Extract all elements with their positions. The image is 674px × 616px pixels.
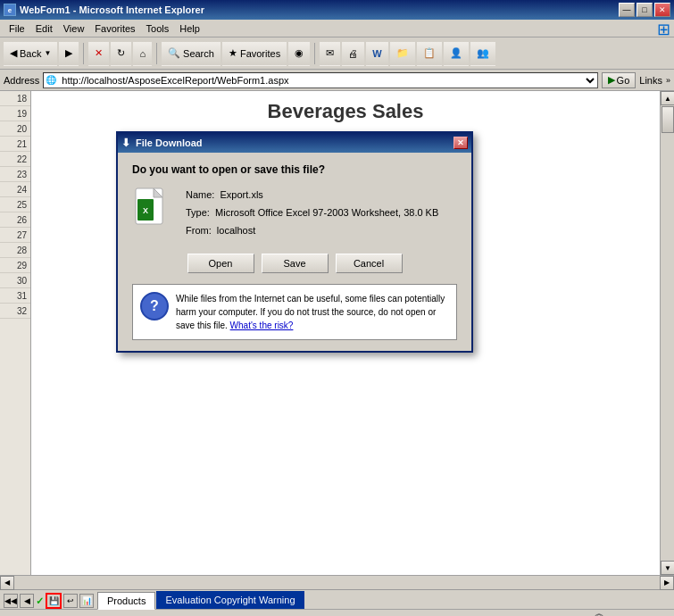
menu-help[interactable]: Help: [174, 21, 205, 36]
go-button[interactable]: ▶ Go: [602, 72, 637, 88]
cancel-button[interactable]: Cancel: [336, 254, 403, 273]
tab-warning-label: Evaluation Copyright Warning: [165, 595, 295, 605]
tab-nav-buttons: ◀◀ ◀ ✓ 💾 ↩ 📊: [4, 593, 94, 609]
print-icon: 🖨: [348, 48, 358, 59]
file-from-row: From: localhost: [186, 222, 438, 240]
word-button[interactable]: W: [366, 41, 387, 66]
extra-icon-2: 👤: [450, 47, 462, 59]
star-icon: ★: [229, 47, 237, 59]
window-title: WebForm1 - Microsoft Internet Explorer: [20, 4, 204, 15]
open-button[interactable]: Open: [187, 254, 254, 273]
search-button[interactable]: 🔍 Search: [162, 41, 221, 66]
menu-favorites[interactable]: Favorites: [89, 21, 140, 36]
refresh-icon: ↻: [117, 47, 125, 59]
forward-button[interactable]: ▶: [59, 41, 79, 66]
toolbar-sep-1: [83, 43, 84, 64]
folder-button[interactable]: 📁: [390, 41, 415, 66]
status-bar: Start downloading from site: http://loca…: [0, 609, 674, 616]
dialog-title-text: File Download: [136, 137, 203, 148]
toolbar-sep-2: [156, 43, 157, 64]
menu-tools[interactable]: Tools: [141, 21, 175, 36]
file-icon-container: X: [132, 187, 175, 229]
file-type-value: Microsoft Office Excel 97-2003 Worksheet…: [215, 207, 438, 218]
tab-extra-button[interactable]: 📊: [79, 594, 94, 608]
minimize-button[interactable]: —: [619, 3, 635, 17]
home-icon: ⌂: [139, 48, 146, 59]
extra-icon-1: 📋: [423, 47, 436, 59]
tab-evaluation-warning[interactable]: Evaluation Copyright Warning: [156, 591, 304, 609]
menu-edit[interactable]: Edit: [30, 21, 58, 36]
media-icon: ◉: [295, 47, 304, 59]
window-controls: — □ ✕: [619, 3, 670, 17]
extra-btn-2[interactable]: 👤: [444, 41, 469, 66]
menu-view[interactable]: View: [58, 21, 90, 36]
warning-text: While files from the Internet can be use…: [176, 292, 449, 332]
dialog-body: Do you want to open or save this file? X: [118, 153, 471, 351]
save-button[interactable]: Save: [262, 254, 329, 273]
back-label: Back: [20, 48, 41, 59]
favorites-button[interactable]: ★ Favorites: [222, 41, 287, 66]
tab-first-button[interactable]: ◀◀: [4, 594, 18, 608]
save-icon-button[interactable]: 💾: [46, 593, 62, 609]
go-label: Go: [617, 75, 630, 86]
windows-logo: ⊞: [653, 20, 674, 39]
extra-btn-1[interactable]: 📋: [417, 41, 442, 66]
dialog-file-info: X Name: Export.xls Type: Microsoft Offic…: [132, 187, 457, 239]
tab-prev-button[interactable]: ◀: [20, 594, 34, 608]
close-button[interactable]: ✕: [654, 3, 670, 17]
word-icon: W: [372, 48, 381, 59]
shield-question-icon: ?: [150, 298, 159, 314]
ie-icon: e: [4, 4, 16, 16]
file-name-label: Name:: [186, 189, 214, 200]
address-input[interactable]: [58, 73, 584, 87]
extra-icon-3: 👥: [477, 47, 489, 59]
home-button[interactable]: ⌂: [133, 41, 152, 66]
dialog-title-bar: ⬇ File Download ✕: [118, 133, 471, 153]
title-bar-left: e WebForm1 - Microsoft Internet Explorer: [4, 4, 204, 16]
menu-file[interactable]: File: [4, 21, 30, 36]
warning-shield-icon: ?: [140, 292, 169, 320]
address-dropdown[interactable]: ▼: [585, 73, 597, 87]
excel-file-icon: X: [132, 187, 175, 229]
check-icon: ✓: [36, 595, 44, 607]
dialog-overlay: ⬇ File Download ✕ Do you want to open or…: [0, 91, 674, 575]
stop-button[interactable]: ✕: [88, 41, 109, 66]
scroll-left-button[interactable]: ◀: [0, 576, 14, 590]
undo-button[interactable]: ↩: [63, 594, 78, 608]
print-button[interactable]: 🖨: [342, 41, 364, 66]
toolbar: ◀ Back ▼ ▶ ✕ ↻ ⌂ 🔍 Search ★ Favorites ◉ …: [0, 37, 674, 70]
back-button[interactable]: ◀ Back ▼: [4, 41, 57, 66]
tab-products-label: Products: [107, 595, 146, 606]
main-content: 18 19 20 21 22 23 24 25 26 27 28 29 30 3…: [0, 91, 674, 575]
horizontal-scrollbar: ◀ ▶: [0, 575, 674, 589]
refresh-button[interactable]: ↻: [111, 41, 131, 66]
menu-bar: File Edit View Favorites Tools Help: [0, 20, 674, 37]
file-name-value: Export.xls: [221, 189, 263, 200]
search-label: Search: [183, 48, 214, 59]
file-type-row: Type: Microsoft Office Excel 97-2003 Wor…: [186, 204, 438, 222]
whats-risk-link[interactable]: What's the risk?: [230, 320, 294, 330]
file-name-row: Name: Export.xls: [186, 187, 438, 204]
dialog-close-button[interactable]: ✕: [453, 137, 468, 149]
forward-arrow-icon: ▶: [65, 47, 72, 59]
file-from-label: From:: [186, 225, 212, 236]
scroll-right-button[interactable]: ▶: [660, 576, 674, 590]
zone-icon: [592, 612, 606, 617]
download-icon: ⬇: [121, 137, 130, 149]
mail-button[interactable]: ✉: [320, 41, 340, 66]
dialog-warning: ? While files from the Internet can be u…: [132, 284, 457, 340]
maximize-button[interactable]: □: [637, 3, 653, 17]
go-arrow-icon: ▶: [608, 74, 615, 86]
tab-products[interactable]: Products: [97, 592, 155, 610]
favorites-label: Favorites: [240, 48, 280, 59]
tab-bar: ◀◀ ◀ ✓ 💾 ↩ 📊 Products Evaluation Copyrig…: [0, 589, 674, 609]
links-label: Links: [639, 75, 662, 86]
links-expand-icon: »: [666, 76, 670, 85]
svg-text:X: X: [143, 206, 148, 215]
toolbar-sep-3: [314, 43, 315, 64]
title-bar: e WebForm1 - Microsoft Internet Explorer…: [0, 0, 674, 20]
stop-icon: ✕: [95, 47, 103, 59]
folder-icon: 📁: [396, 47, 409, 59]
extra-btn-3[interactable]: 👥: [470, 41, 495, 66]
media-button[interactable]: ◉: [288, 41, 310, 66]
